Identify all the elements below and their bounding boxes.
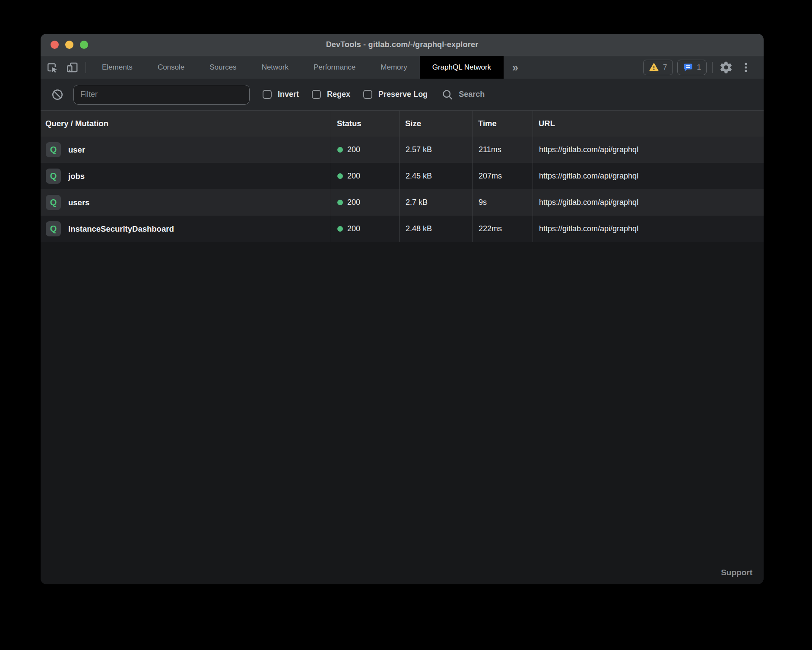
- tab-elements[interactable]: Elements: [89, 56, 145, 79]
- kebab-menu-icon[interactable]: [736, 56, 756, 79]
- status-code: 200: [347, 172, 360, 181]
- query-name: users: [68, 198, 89, 207]
- request-url: https://gitlab.com/api/graphql: [533, 137, 764, 163]
- table-header: Query / Mutation Status Size Time URL: [41, 111, 764, 137]
- invert-checkbox[interactable]: [263, 90, 272, 99]
- issues-count: 1: [697, 63, 701, 72]
- status-ok-dot: [337, 200, 343, 205]
- query-name: user: [68, 145, 85, 155]
- status-ok-dot: [337, 173, 343, 179]
- filter-input[interactable]: [73, 85, 250, 105]
- filter-toolbar: Invert Regex Preserve Log Search: [41, 79, 764, 111]
- table-row[interactable]: Q jobs 200 2.45 kB 207ms https://gitlab.…: [41, 163, 764, 189]
- preserve-log-checkbox[interactable]: [363, 90, 372, 99]
- support-link[interactable]: Support: [721, 568, 752, 577]
- issues-badge[interactable]: 1: [677, 60, 707, 75]
- settings-gear-icon[interactable]: [716, 56, 736, 79]
- response-size: 2.7 kB: [399, 189, 472, 216]
- tab-sources[interactable]: Sources: [197, 56, 249, 79]
- column-header-url[interactable]: URL: [533, 111, 764, 137]
- query-type-badge: Q: [46, 142, 61, 157]
- window-title: DevTools - gitlab.com/-/graphql-explorer: [326, 40, 479, 49]
- table-row[interactable]: Q user 200 2.57 kB 211ms https://gitlab.…: [41, 137, 764, 163]
- table-row[interactable]: Q users 200 2.7 kB 9s https://gitlab.com…: [41, 189, 764, 216]
- response-time: 211ms: [472, 137, 533, 163]
- query-type-badge: Q: [46, 221, 61, 236]
- response-time: 207ms: [472, 163, 533, 189]
- inspect-element-icon[interactable]: [42, 56, 62, 79]
- device-toolbar-icon[interactable]: [62, 56, 82, 79]
- search-icon: [441, 89, 454, 101]
- issue-bubble-icon: [683, 62, 693, 73]
- zoom-window-button[interactable]: [80, 41, 88, 49]
- devtools-tab-bar: Elements Console Sources Network Perform…: [41, 56, 764, 79]
- invert-checkbox-group[interactable]: Invert: [263, 90, 299, 99]
- traffic-lights: [51, 34, 88, 56]
- preserve-log-checkbox-group[interactable]: Preserve Log: [363, 90, 428, 99]
- query-name: jobs: [68, 172, 85, 181]
- request-url: https://gitlab.com/api/graphql: [533, 163, 764, 189]
- search-control[interactable]: Search: [441, 89, 485, 101]
- tab-memory[interactable]: Memory: [368, 56, 419, 79]
- controls-separator: [712, 62, 713, 73]
- status-ok-dot: [337, 147, 343, 153]
- warnings-count: 7: [663, 63, 667, 72]
- empty-results-area: Support: [41, 242, 764, 584]
- search-label: Search: [459, 90, 485, 99]
- column-header-time[interactable]: Time: [472, 111, 533, 137]
- tab-bar-right-controls: 7 1: [641, 56, 764, 79]
- minimize-window-button[interactable]: [65, 41, 73, 49]
- invert-label: Invert: [278, 90, 299, 99]
- more-tabs-icon[interactable]: »: [504, 56, 527, 79]
- column-header-status[interactable]: Status: [331, 111, 399, 137]
- clear-block-icon[interactable]: [51, 88, 64, 101]
- tab-performance[interactable]: Performance: [301, 56, 368, 79]
- response-size: 2.45 kB: [399, 163, 472, 189]
- request-url: https://gitlab.com/api/graphql: [533, 189, 764, 216]
- column-header-size[interactable]: Size: [399, 111, 472, 137]
- response-size: 2.57 kB: [399, 137, 472, 163]
- query-type-badge: Q: [46, 169, 61, 184]
- status-code: 200: [347, 198, 360, 207]
- warnings-badge[interactable]: 7: [643, 60, 672, 75]
- response-size: 2.48 kB: [399, 216, 472, 242]
- status-code: 200: [347, 224, 360, 233]
- regex-checkbox[interactable]: [312, 90, 321, 99]
- title-bar: DevTools - gitlab.com/-/graphql-explorer: [41, 34, 764, 56]
- toolbar-separator: [86, 62, 86, 73]
- tab-graphql-network[interactable]: GraphQL Network: [420, 56, 504, 79]
- column-header-query-mutation[interactable]: Query / Mutation: [41, 111, 331, 137]
- preserve-log-label: Preserve Log: [378, 90, 428, 99]
- table-row[interactable]: Q instanceSecurityDashboard 200 2.48 kB …: [41, 216, 764, 242]
- request-url: https://gitlab.com/api/graphql: [533, 216, 764, 242]
- regex-label: Regex: [327, 90, 350, 99]
- query-type-badge: Q: [46, 195, 61, 210]
- status-code: 200: [347, 145, 360, 154]
- tab-console[interactable]: Console: [145, 56, 197, 79]
- warning-icon: [649, 62, 659, 73]
- response-time: 222ms: [472, 216, 533, 242]
- regex-checkbox-group[interactable]: Regex: [312, 90, 350, 99]
- close-window-button[interactable]: [51, 41, 59, 49]
- devtools-window: DevTools - gitlab.com/-/graphql-explorer…: [41, 34, 764, 584]
- query-name: instanceSecurityDashboard: [68, 224, 174, 234]
- status-ok-dot: [337, 226, 343, 232]
- response-time: 9s: [472, 189, 533, 216]
- tab-network[interactable]: Network: [249, 56, 301, 79]
- tab-bar-spacer: [527, 56, 641, 79]
